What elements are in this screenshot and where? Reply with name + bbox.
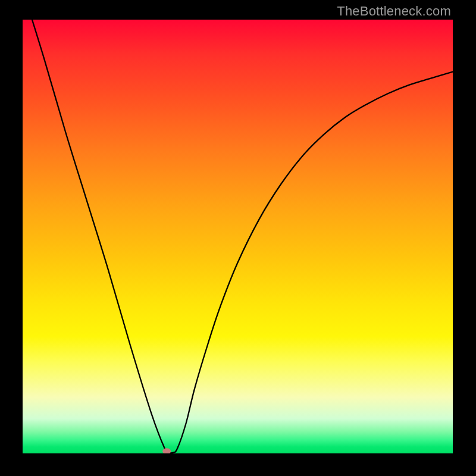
watermark-text: TheBottleneck.com xyxy=(337,4,451,19)
chart-frame: TheBottleneck.com xyxy=(0,0,476,476)
minimum-marker xyxy=(162,448,171,453)
bottleneck-curve xyxy=(23,20,453,453)
curve-svg xyxy=(23,20,453,453)
plot-area xyxy=(23,20,453,453)
